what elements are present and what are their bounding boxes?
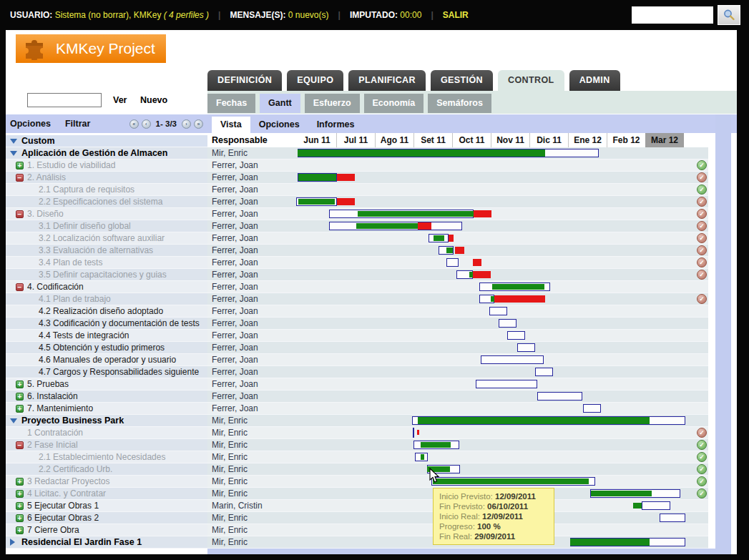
gantt-bar-progress[interactable] xyxy=(298,149,545,157)
tab-control[interactable]: CONTROL xyxy=(498,70,564,91)
gantt-bar-progress[interactable] xyxy=(356,223,418,229)
gantt-bar-progress[interactable] xyxy=(434,235,444,241)
tree-item[interactable]: 4.7 Cargos y Responsabilidades siguiente xyxy=(6,366,207,378)
tree-item[interactable]: 3.3 Evaluación de alternativas xyxy=(6,245,207,257)
subtab-semáforos[interactable]: Semáforos xyxy=(428,94,491,113)
gantt-bar-overrun[interactable] xyxy=(337,198,355,205)
gantt-bar-outline[interactable] xyxy=(583,404,601,413)
tree-item[interactable]: +6. Instalación xyxy=(6,390,207,403)
collapse-minus-icon[interactable]: − xyxy=(16,174,24,182)
expand-plus-icon[interactable]: + xyxy=(16,490,24,498)
subtab-fechas[interactable]: Fechas xyxy=(207,94,255,113)
global-search-input[interactable] xyxy=(632,6,713,24)
collapse-triangle-icon[interactable] xyxy=(10,418,17,423)
gantt-bar-overrun[interactable] xyxy=(473,271,491,278)
expand-plus-icon[interactable]: + xyxy=(16,380,24,388)
opciones-menu[interactable]: Opciones xyxy=(10,119,51,129)
filtrar-menu[interactable]: Filtrar xyxy=(65,119,90,129)
gantt-bar-progress[interactable] xyxy=(421,442,451,448)
tree-item[interactable]: 2.1 Establecimiento Necesidades xyxy=(6,451,207,463)
expand-plus-icon[interactable]: + xyxy=(16,405,24,413)
collapse-triangle-icon[interactable] xyxy=(10,139,17,144)
gantt-bar-outline[interactable] xyxy=(537,392,582,401)
pager-next-button[interactable]: › xyxy=(182,119,191,129)
gantt-bar-outline[interactable] xyxy=(642,501,670,510)
quick-code-input[interactable] xyxy=(27,93,102,107)
gantt-bar-overrun[interactable] xyxy=(455,247,464,254)
expand-plus-icon[interactable]: + xyxy=(16,526,24,534)
vertical-scrollbar[interactable] xyxy=(715,114,731,549)
collapse-triangle-icon[interactable] xyxy=(10,151,17,156)
gantt-bar-progress[interactable] xyxy=(298,199,335,205)
tree-item[interactable]: 3.5 Definir capacitaciones y guias xyxy=(6,269,207,281)
viewtab-vista[interactable]: Vista xyxy=(212,117,250,133)
tree-item[interactable]: 3.4 Plan de tests xyxy=(6,257,207,269)
gantt-bar-outline[interactable] xyxy=(660,514,685,522)
tree-item[interactable]: 4.2 Realización diseño adoptado xyxy=(6,305,207,318)
tab-definición[interactable]: DEFINICIÓN xyxy=(207,70,282,91)
tree-item[interactable]: 4.5 Obtención y estudio primeros xyxy=(6,342,207,354)
viewtab-opciones[interactable]: Opciones xyxy=(250,117,308,133)
tree-item[interactable]: 3.1 Definir diseño global xyxy=(6,220,207,232)
tree-item[interactable]: Aplicación de Gestión de Almacen xyxy=(6,147,207,159)
tree-item[interactable]: +5. Pruebas xyxy=(6,378,207,390)
gantt-bar-outline[interactable] xyxy=(489,307,507,315)
tab-equipo[interactable]: EQUIPO xyxy=(287,70,343,91)
gantt-bar-outline[interactable] xyxy=(476,380,537,388)
expand-plus-icon[interactable]: + xyxy=(16,393,24,401)
pager-prev-button[interactable]: ‹ xyxy=(142,119,151,129)
gantt-bar-progress[interactable] xyxy=(492,284,544,290)
gantt-bar-outline[interactable] xyxy=(535,368,553,376)
tree-item[interactable]: −4. Codificación xyxy=(6,281,207,293)
collapse-minus-icon[interactable]: − xyxy=(16,283,24,291)
subtab-economía[interactable]: Economía xyxy=(364,94,424,113)
tree-item[interactable]: 4.3 Codificación y documentación de test… xyxy=(6,318,207,330)
expand-plus-icon[interactable]: + xyxy=(16,478,24,486)
gantt-bar-outline[interactable] xyxy=(446,258,459,267)
tree-item[interactable]: +4 Licitac. y Contratar xyxy=(6,488,207,500)
gantt-bar-progress[interactable] xyxy=(570,539,650,546)
gantt-overrun-marker[interactable] xyxy=(417,430,419,435)
gantt-bar-progress[interactable] xyxy=(591,491,652,496)
expand-plus-icon[interactable]: + xyxy=(16,162,24,170)
tree-item[interactable]: 4.1 Plan de trabajo xyxy=(6,293,207,305)
ver-button[interactable]: Ver xyxy=(113,95,127,105)
tree-item[interactable]: 3.2 Localización software auxiliar xyxy=(6,232,207,245)
tree-item[interactable]: −3. Diseño xyxy=(6,208,207,220)
tab-planificar[interactable]: PLANIFICAR xyxy=(348,70,426,91)
gantt-bar-overrun[interactable] xyxy=(337,174,355,181)
gantt-bar-overrun[interactable] xyxy=(418,222,431,230)
expand-plus-icon[interactable]: + xyxy=(16,514,24,522)
tree-item[interactable]: +1. Estudio de viabilidad xyxy=(6,159,207,172)
gantt-start-marker[interactable] xyxy=(413,428,414,438)
tab-admin[interactable]: ADMIN xyxy=(569,70,620,91)
search-button[interactable] xyxy=(718,5,740,25)
gantt-bar-progress[interactable] xyxy=(421,454,424,460)
tree-item[interactable]: 2.2 Certificado Urb. xyxy=(6,463,207,476)
gantt-bar-outline[interactable] xyxy=(507,331,525,340)
expand-triangle-icon[interactable] xyxy=(10,539,15,546)
gantt-bar-outline[interactable] xyxy=(517,343,535,352)
gantt-bar-overrun[interactable] xyxy=(474,210,491,217)
tree-item[interactable]: +7 Cierre Obra xyxy=(6,524,207,536)
salir-link[interactable]: SALIR xyxy=(443,10,469,20)
tree-item[interactable]: +3 Redactar Proyectos xyxy=(6,476,207,488)
gantt-bar-progress[interactable] xyxy=(418,417,650,424)
tree-item[interactable]: −2 Fase Inicial xyxy=(6,439,207,451)
tree-item[interactable]: 2.1 Captura de requisitos xyxy=(6,184,207,196)
gantt-bar-overrun[interactable] xyxy=(494,295,545,303)
tab-gestión[interactable]: GESTIÓN xyxy=(431,70,493,91)
tree-item[interactable]: 4.4 Tests de integración xyxy=(6,330,207,342)
horizontal-scrollbar[interactable] xyxy=(207,549,731,554)
subtab-gantt[interactable]: Gantt xyxy=(260,94,300,113)
tree-item[interactable]: +6 Ejecutar Obras 2 xyxy=(6,512,207,524)
tree-item[interactable]: +7. Mantenimiento xyxy=(6,403,207,415)
gantt-bar-overrun[interactable] xyxy=(449,235,454,242)
gantt-bar-progress[interactable] xyxy=(298,174,336,181)
tree-item[interactable]: Custom xyxy=(6,135,207,147)
subtab-esfuerzo[interactable]: Esfuerzo xyxy=(305,94,360,113)
gantt-bar-overrun[interactable] xyxy=(473,259,481,266)
collapse-minus-icon[interactable]: − xyxy=(16,210,24,218)
gantt-bar-progress[interactable] xyxy=(433,478,589,484)
expand-plus-icon[interactable]: + xyxy=(16,502,24,510)
